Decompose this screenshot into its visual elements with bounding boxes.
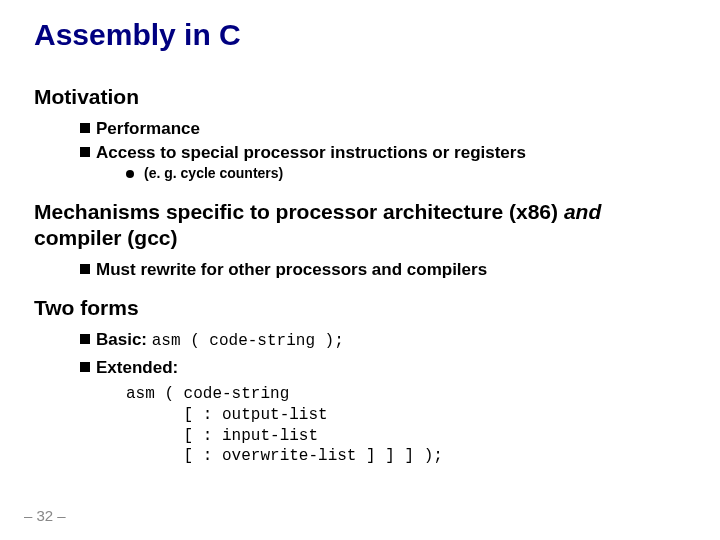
list-item-text: Must rewrite for other processors and co…: [96, 259, 487, 280]
twoforms-list: Basic: asm ( code-string ); Extended:: [34, 329, 686, 378]
basic-code: asm ( code-string );: [152, 332, 344, 350]
square-bullet-icon: [80, 362, 90, 372]
list-item-text: Access to special processor instructions…: [96, 142, 526, 163]
list-item: Must rewrite for other processors and co…: [80, 259, 686, 280]
section-mechanisms-heading: Mechanisms specific to processor archite…: [34, 199, 686, 252]
mechanisms-list: Must rewrite for other processors and co…: [34, 259, 686, 280]
list-item: Basic: asm ( code-string );: [80, 329, 686, 351]
motivation-list: Performance Access to special processor …: [34, 118, 686, 163]
motivation-sublist: (e. g. cycle counters): [34, 165, 686, 181]
section-twoforms-heading: Two forms: [34, 295, 686, 321]
list-item: Extended:: [80, 357, 686, 378]
list-item: Access to special processor instructions…: [80, 142, 686, 163]
square-bullet-icon: [80, 264, 90, 274]
heading-part: compiler (gcc): [34, 226, 178, 249]
slide-title: Assembly in C: [34, 18, 686, 52]
section-motivation-heading: Motivation: [34, 84, 686, 110]
heading-italic: and: [564, 200, 601, 223]
list-item-text: Basic: asm ( code-string );: [96, 329, 344, 351]
square-bullet-icon: [80, 123, 90, 133]
list-item: Performance: [80, 118, 686, 139]
list-item-text: Extended:: [96, 357, 178, 378]
basic-label: Basic:: [96, 330, 152, 349]
square-bullet-icon: [80, 147, 90, 157]
page-number: – 32 –: [24, 507, 66, 524]
dot-bullet-icon: [126, 170, 134, 178]
sublist-item-text: (e. g. cycle counters): [144, 165, 283, 181]
extended-code-block: asm ( code-string [ : output-list [ : in…: [34, 384, 686, 467]
heading-part: Mechanisms specific to processor archite…: [34, 200, 564, 223]
sublist-item: (e. g. cycle counters): [126, 165, 686, 181]
list-item-text: Performance: [96, 118, 200, 139]
square-bullet-icon: [80, 334, 90, 344]
